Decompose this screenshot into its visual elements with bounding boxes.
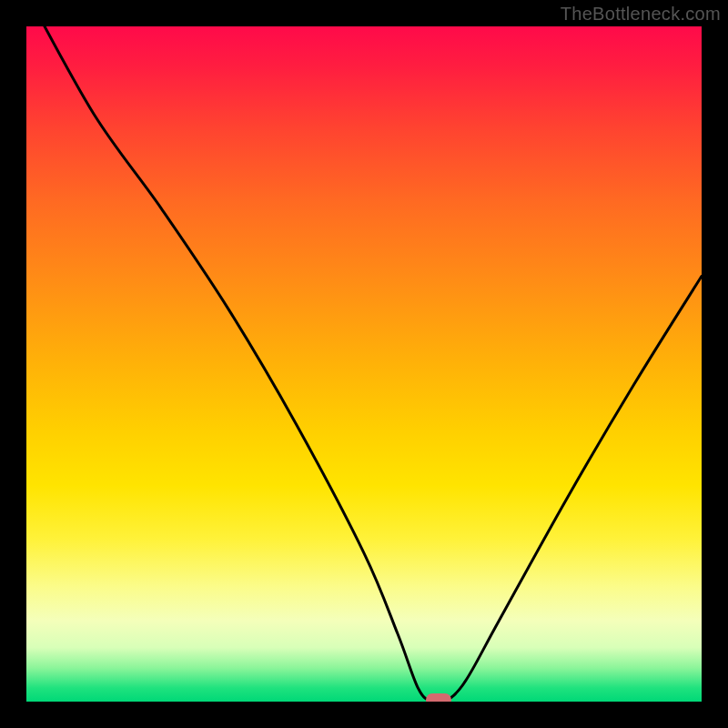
plot-area (26, 26, 702, 702)
optimal-marker (426, 693, 451, 702)
chart-frame: TheBottleneck.com (0, 0, 728, 728)
bottleneck-curve (26, 26, 702, 702)
watermark-text: TheBottleneck.com (561, 4, 721, 25)
